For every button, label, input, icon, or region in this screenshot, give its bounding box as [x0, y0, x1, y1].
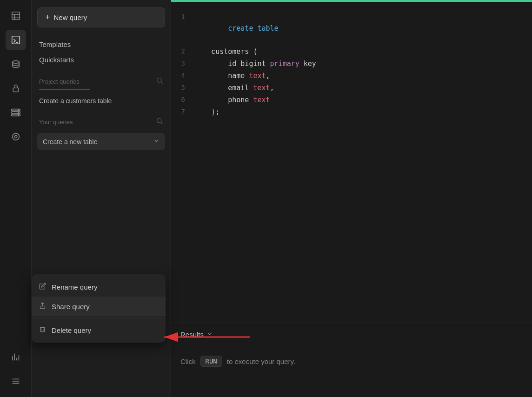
svg-line-26 [161, 122, 163, 124]
quickstarts-item[interactable]: Quickstarts [37, 52, 165, 67]
expandable-query-label: Create a new table [43, 138, 98, 146]
code-line-5: 5 email text, [171, 82, 532, 94]
chevron-down-icon [153, 138, 160, 146]
line-number-2: 2 [171, 46, 194, 56]
rename-query-label: Rename query [52, 283, 97, 291]
sidebar-item-terminal[interactable] [6, 30, 26, 50]
code-content-3: id bigint primary key [194, 58, 316, 69]
svg-point-11 [18, 110, 19, 111]
svg-point-6 [12, 61, 19, 64]
sidebar-item-database[interactable] [6, 54, 26, 74]
sidebar-item-analytics[interactable] [6, 347, 26, 367]
pencil-icon [39, 283, 46, 291]
svg-rect-4 [12, 36, 20, 44]
templates-item[interactable]: Templates [37, 37, 165, 52]
expandable-query-item[interactable]: Create a new table [37, 133, 165, 150]
left-panel: + New query Templates Quickstarts Projec… [32, 0, 171, 397]
svg-line-24 [161, 82, 163, 84]
line-number-3: 3 [171, 58, 194, 68]
project-queries-title: Project queries [39, 78, 80, 85]
kw-table: table [257, 24, 278, 33]
code-line-1: 1 create table [171, 11, 532, 46]
svg-rect-0 [12, 12, 20, 20]
right-panel: 1 create table 2 customers ( 3 id bigint… [171, 0, 532, 397]
sidebar-item-storage[interactable] [6, 102, 26, 123]
svg-point-23 [157, 78, 161, 82]
project-query-label: Create a customers table [39, 97, 112, 105]
str-text-2: text [253, 84, 270, 92]
punc-paren: ) [211, 108, 215, 116]
templates-label: Templates [39, 40, 71, 48]
code-line-3: 3 id bigint primary key [171, 58, 532, 70]
code-content-7: ); [194, 106, 219, 118]
delete-query-label: Delete query [52, 326, 91, 334]
svg-point-15 [14, 135, 17, 138]
project-queries-search-icon[interactable] [156, 77, 163, 86]
line-number-1: 1 [171, 12, 194, 22]
svg-point-13 [18, 115, 19, 116]
results-chevron-icon [206, 331, 213, 338]
execute-text: to execute your query. [227, 357, 295, 365]
svg-point-14 [12, 133, 19, 140]
quickstarts-label: Quickstarts [39, 56, 74, 64]
code-line-7: 7 ); [171, 106, 532, 118]
results-header[interactable]: Results [171, 323, 532, 346]
results-body: Click RUN to execute your query. [171, 346, 532, 376]
code-line-4: 4 name text, [171, 70, 532, 82]
share-query-label: Share query [52, 303, 90, 311]
project-query-customers[interactable]: Create a customers table [37, 94, 165, 108]
code-content-4: name text, [194, 70, 270, 81]
run-badge[interactable]: RUN [200, 356, 222, 367]
kw-create: create [228, 24, 253, 33]
line-number-4: 4 [171, 70, 194, 80]
results-title: Results [180, 331, 204, 338]
new-query-label: New query [54, 13, 87, 21]
code-content-5: email text, [194, 82, 274, 93]
sidebar-item-list[interactable] [6, 371, 26, 391]
delete-query-item[interactable]: Delete query [32, 320, 166, 340]
plus-icon: + [45, 13, 50, 22]
svg-point-25 [157, 119, 161, 123]
line-number-7: 7 [171, 106, 194, 117]
trash-icon [39, 326, 46, 334]
code-line-2: 2 customers ( [171, 46, 532, 58]
line-number-5: 5 [171, 82, 194, 93]
new-query-button[interactable]: + New query [37, 7, 165, 27]
rename-query-item[interactable]: Rename query [32, 277, 166, 297]
share-query-item[interactable]: Share query [32, 297, 166, 316]
share-icon [39, 302, 46, 311]
sidebar-item-table[interactable] [6, 6, 26, 26]
code-editor[interactable]: 1 create table 2 customers ( 3 id bigint… [171, 2, 532, 323]
your-queries-header: Your queries [37, 113, 165, 128]
code-line-6: 6 phone text [171, 94, 532, 106]
str-text-1: text [249, 72, 266, 80]
context-menu-divider [32, 318, 166, 318]
line-number-6: 6 [171, 94, 194, 105]
your-queries-title: Your queries [39, 119, 73, 126]
sidebar [0, 0, 32, 397]
your-queries-search-icon[interactable] [156, 117, 163, 126]
kw-primary: primary [270, 60, 299, 68]
sidebar-bottom [6, 347, 26, 391]
sidebar-item-lock[interactable] [6, 78, 26, 99]
context-menu: Rename query Share query [32, 274, 166, 343]
project-queries-header: Project queries [37, 73, 165, 88]
sidebar-item-monitor[interactable] [6, 126, 26, 147]
click-text: Click [180, 357, 196, 365]
str-text-3: text [253, 96, 270, 104]
code-content-1: create table [194, 12, 279, 45]
results-area: Results Click RUN to execute your query. [171, 323, 532, 397]
code-content-6: phone text [194, 94, 270, 106]
project-queries-underline [39, 89, 90, 90]
svg-point-12 [18, 112, 19, 113]
code-content-2: customers ( [194, 46, 257, 57]
svg-rect-7 [13, 88, 19, 92]
